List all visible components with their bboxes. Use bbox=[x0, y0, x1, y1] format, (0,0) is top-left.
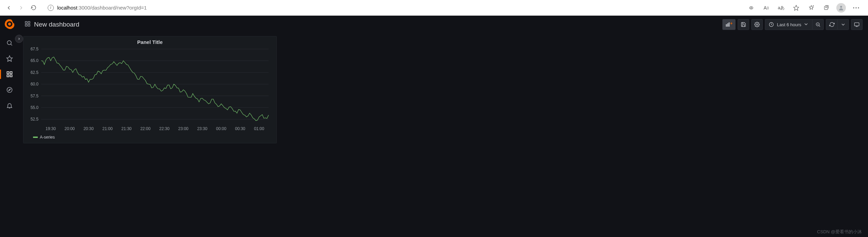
sidebar-search-icon[interactable] bbox=[3, 36, 16, 50]
svg-marker-21 bbox=[9, 89, 11, 91]
collections-icon[interactable] bbox=[820, 2, 833, 14]
browser-toolbar: i localhost:3000/dashboard/new?orgId=1 A… bbox=[0, 0, 868, 16]
chevron-down-icon bbox=[803, 21, 809, 28]
sidebar-alerts-icon[interactable] bbox=[3, 99, 16, 112]
search-in-page-icon[interactable] bbox=[745, 2, 758, 14]
chart[interactable]: 52.555.057.560.062.565.067.519:3020:0020… bbox=[27, 47, 273, 133]
svg-line-32 bbox=[819, 26, 820, 27]
watermark: CSDN @爱看书的小沐 bbox=[817, 229, 862, 235]
read-aloud-icon[interactable]: A)) bbox=[760, 2, 773, 14]
address-bar[interactable]: i localhost:3000/dashboard/new?orgId=1 bbox=[44, 2, 741, 13]
svg-text:21:30: 21:30 bbox=[121, 126, 131, 131]
tv-mode-button[interactable] bbox=[851, 19, 863, 30]
forward-button[interactable] bbox=[15, 2, 27, 14]
expand-sidebar-button[interactable] bbox=[15, 35, 23, 43]
svg-rect-18 bbox=[7, 75, 9, 77]
favorites-star-icon[interactable] bbox=[790, 2, 803, 14]
svg-point-13 bbox=[7, 41, 11, 45]
svg-rect-17 bbox=[10, 72, 12, 74]
save-dashboard-button[interactable] bbox=[738, 19, 749, 30]
svg-rect-28 bbox=[729, 23, 729, 27]
svg-point-20 bbox=[7, 88, 12, 93]
more-menu-icon[interactable] bbox=[850, 2, 863, 14]
sidebar-star-icon[interactable] bbox=[3, 52, 16, 65]
svg-text:60.0: 60.0 bbox=[31, 82, 39, 86]
svg-text:67.5: 67.5 bbox=[31, 47, 39, 51]
svg-point-12 bbox=[8, 22, 11, 25]
add-panel-button[interactable]: + bbox=[722, 19, 736, 30]
svg-rect-34 bbox=[854, 23, 859, 26]
svg-point-11 bbox=[858, 7, 859, 8]
legend-label: A-series bbox=[40, 135, 55, 140]
svg-rect-22 bbox=[25, 21, 27, 23]
svg-text:20:30: 20:30 bbox=[83, 126, 94, 131]
time-range-label: Last 6 hours bbox=[777, 22, 801, 27]
zoom-out-button[interactable] bbox=[812, 19, 824, 30]
svg-rect-23 bbox=[28, 21, 30, 23]
svg-marker-2 bbox=[809, 5, 813, 9]
url-text: localhost:3000/dashboard/new?orgId=1 bbox=[57, 5, 147, 11]
translate-icon[interactable]: aあ bbox=[775, 2, 788, 14]
sidebar-dashboards-icon[interactable] bbox=[3, 67, 16, 81]
svg-rect-27 bbox=[727, 23, 728, 26]
sidebar-explore-icon[interactable] bbox=[3, 83, 16, 97]
browser-right-actions: A)) aあ bbox=[745, 2, 865, 14]
svg-rect-19 bbox=[10, 75, 12, 77]
profile-avatar[interactable] bbox=[835, 2, 848, 14]
svg-point-0 bbox=[751, 7, 752, 8]
refresh-button[interactable] bbox=[826, 19, 837, 30]
svg-text:65.0: 65.0 bbox=[31, 58, 39, 63]
legend[interactable]: A-series bbox=[27, 135, 273, 140]
refresh-interval-picker[interactable] bbox=[837, 19, 849, 30]
page-title: New dashboard bbox=[34, 21, 79, 28]
svg-text:57.5: 57.5 bbox=[31, 94, 39, 98]
svg-rect-26 bbox=[726, 25, 727, 26]
svg-marker-1 bbox=[794, 5, 799, 10]
svg-marker-15 bbox=[7, 56, 13, 62]
svg-text:52.5: 52.5 bbox=[31, 117, 39, 122]
site-info-icon[interactable]: i bbox=[48, 5, 54, 11]
svg-point-9 bbox=[853, 7, 854, 8]
time-range-picker[interactable]: Last 6 hours bbox=[765, 19, 812, 30]
svg-text:22:30: 22:30 bbox=[159, 126, 170, 131]
dashboards-breadcrumb-icon[interactable] bbox=[25, 21, 31, 28]
grafana-logo[interactable] bbox=[4, 18, 15, 30]
dashboard-settings-button[interactable] bbox=[751, 19, 763, 30]
svg-text:21:00: 21:00 bbox=[102, 126, 113, 131]
svg-point-29 bbox=[756, 24, 758, 25]
svg-rect-16 bbox=[7, 72, 9, 74]
dashboard-topbar: New dashboard + Last 6 hours bbox=[19, 16, 868, 33]
svg-text:62.5: 62.5 bbox=[31, 70, 39, 75]
svg-text:00:30: 00:30 bbox=[235, 126, 245, 131]
back-button[interactable] bbox=[3, 2, 15, 14]
svg-rect-24 bbox=[25, 25, 27, 26]
svg-text:01:00: 01:00 bbox=[254, 126, 264, 131]
sidebar bbox=[0, 16, 19, 237]
panel[interactable]: Panel Title 52.555.057.560.062.565.067.5… bbox=[23, 36, 277, 143]
svg-text:23:00: 23:00 bbox=[178, 126, 188, 131]
svg-text:00:00: 00:00 bbox=[216, 126, 226, 131]
svg-text:22:00: 22:00 bbox=[140, 126, 150, 131]
panel-title: Panel Title bbox=[27, 39, 273, 45]
svg-text:19:30: 19:30 bbox=[46, 126, 56, 131]
favorites-icon[interactable] bbox=[805, 2, 818, 14]
svg-text:23:30: 23:30 bbox=[197, 126, 207, 131]
svg-line-14 bbox=[11, 44, 12, 46]
svg-text:55.0: 55.0 bbox=[31, 105, 39, 110]
legend-swatch bbox=[33, 137, 38, 138]
svg-point-10 bbox=[855, 7, 856, 8]
svg-rect-25 bbox=[28, 25, 30, 26]
reload-button[interactable] bbox=[27, 2, 39, 14]
svg-text:20:00: 20:00 bbox=[64, 126, 75, 131]
svg-point-8 bbox=[840, 6, 842, 8]
